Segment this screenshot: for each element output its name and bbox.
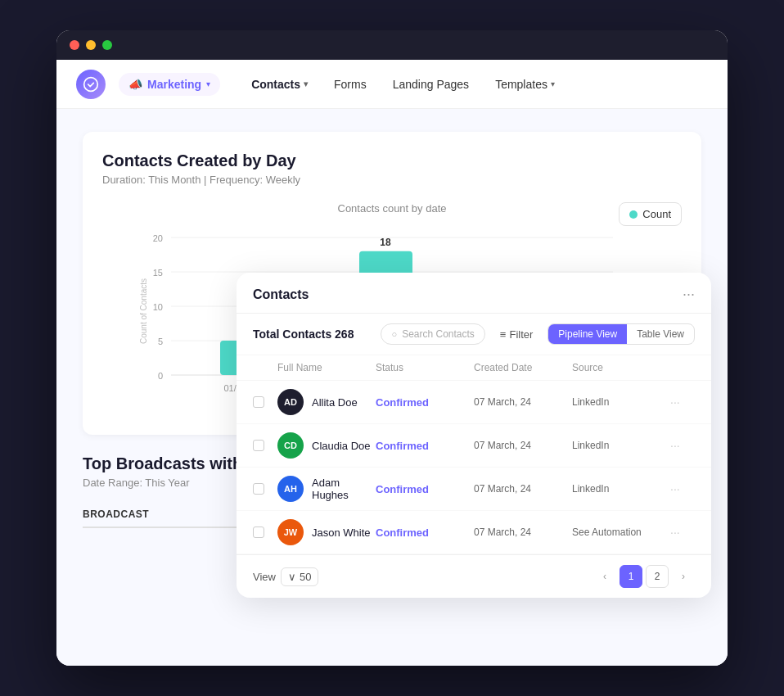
row-checkbox-adam[interactable]	[253, 483, 264, 495]
contacts-card: Contacts ··· Total Contacts 268 ○ Search…	[237, 273, 711, 598]
row-actions-claudia[interactable]: ···	[670, 439, 695, 452]
avatar-allita: AD	[277, 389, 304, 415]
date-jason: 07 March, 24	[474, 527, 572, 538]
row-checkbox-claudia[interactable]	[253, 440, 264, 451]
nav-item-landing-pages[interactable]: Landing Pages	[381, 71, 480, 97]
legend-dot	[629, 210, 638, 219]
source-allita: LinkedIn	[572, 396, 670, 408]
app-window: 📣 Marketing ▾ Contacts ▾ Forms Landing P…	[56, 30, 728, 666]
view-select: View ∨ 50	[253, 567, 318, 586]
logo	[76, 70, 106, 99]
view-tabs: Pipeline View Table View	[547, 323, 695, 345]
maximize-dot[interactable]	[102, 40, 112, 50]
table-row: JW Jason White Confirmed 07 March, 24 Se…	[237, 511, 711, 554]
contact-name-cell-allita: AD Allita Doe	[277, 389, 376, 415]
search-placeholder: Search Contacts	[402, 328, 475, 340]
page-1-button[interactable]: 1	[620, 565, 642, 588]
contacts-card-title: Contacts	[253, 287, 309, 302]
navigation: 📣 Marketing ▾ Contacts ▾ Forms Landing P…	[56, 60, 728, 109]
row-actions-allita[interactable]: ···	[670, 395, 695, 409]
status-jason: Confirmed	[376, 527, 474, 539]
status-claudia: Confirmed	[376, 440, 474, 452]
source-claudia: LinkedIn	[572, 440, 670, 451]
contact-name-allita: Allita Doe	[312, 396, 358, 409]
status-allita: Confirmed	[376, 396, 474, 409]
status-adam: Confirmed	[376, 483, 474, 495]
contact-name-claudia: Claudia Doe	[312, 440, 371, 452]
svg-text:18: 18	[380, 237, 391, 248]
row-actions-jason[interactable]: ···	[670, 526, 695, 539]
prev-page-button[interactable]: ‹	[593, 565, 616, 588]
avatar-claudia: CD	[277, 432, 304, 459]
table-footer: View ∨ 50 ‹ 1 2 ›	[237, 554, 711, 598]
search-icon: ○	[391, 329, 397, 339]
chart-title: Contacts Created by Day	[102, 151, 682, 170]
table-header: Full Name Status Created Date Source	[237, 355, 711, 381]
contact-name-cell-adam: AH Adam Hughes	[277, 476, 376, 502]
created-date-header: Created Date	[474, 362, 572, 373]
source-header: Source	[572, 362, 670, 373]
per-page-select[interactable]: ∨ 50	[281, 567, 318, 586]
svg-text:15: 15	[153, 268, 163, 278]
svg-text:10: 10	[153, 302, 163, 312]
minimize-dot[interactable]	[86, 40, 96, 50]
next-page-button[interactable]: ›	[672, 565, 695, 588]
filter-button[interactable]: ≡ Filter	[493, 325, 539, 344]
brand-selector[interactable]: 📣 Marketing ▾	[119, 73, 220, 96]
per-page-value: 50	[300, 571, 311, 583]
table-row: AD Allita Doe Confirmed 07 March, 24 Lin…	[237, 381, 711, 424]
svg-text:20: 20	[153, 233, 163, 243]
contacts-toolbar: Total Contacts 268 ○ Search Contacts ≡ F…	[237, 314, 711, 355]
megaphone-icon: 📣	[128, 78, 142, 91]
chart-subtitle: Duration: This Month | Frequency: Weekly	[102, 174, 682, 186]
brand-label: Marketing	[147, 78, 201, 91]
filter-icon: ≡	[500, 328, 507, 341]
chart-legend: Count	[619, 202, 682, 226]
source-adam: LinkedIn	[572, 483, 670, 495]
page-2-button[interactable]: 2	[646, 565, 669, 588]
brand-chevron-icon: ▾	[206, 79, 210, 88]
date-allita: 07 March, 24	[474, 396, 572, 408]
templates-chevron-icon: ▾	[551, 79, 555, 88]
row-checkbox-allita[interactable]	[253, 396, 264, 408]
table-row: AH Adam Hughes Confirmed 07 March, 24 Li…	[237, 468, 711, 511]
svg-text:5: 5	[158, 337, 163, 346]
svg-text:0: 0	[158, 371, 163, 381]
contact-name-cell-claudia: CD Claudia Doe	[277, 432, 376, 459]
nav-item-contacts[interactable]: Contacts ▾	[240, 71, 319, 97]
contact-name-cell-jason: JW Jason White	[277, 519, 376, 545]
title-bar	[56, 30, 728, 60]
avatar-jason: JW	[277, 519, 304, 545]
table-view-tab[interactable]: Table View	[627, 324, 694, 344]
status-header: Status	[376, 362, 474, 373]
contacts-total-count: Total Contacts 268	[253, 328, 372, 341]
nav-item-forms[interactable]: Forms	[322, 71, 378, 97]
broadcast-col-header: BROADCAST	[83, 508, 149, 520]
row-actions-adam[interactable]: ···	[670, 482, 695, 495]
main-content: Contacts Created by Day Duration: This M…	[56, 109, 728, 666]
source-jason: See Automation	[572, 527, 670, 538]
svg-text:Count of Contacts: Count of Contacts	[139, 278, 148, 344]
fullname-header: Full Name	[277, 362, 376, 373]
view-label: View	[253, 571, 276, 583]
row-checkbox-jason[interactable]	[253, 527, 264, 538]
chart-heading: Contacts count by date	[102, 202, 682, 215]
search-contacts-input[interactable]: ○ Search Contacts	[381, 323, 484, 345]
close-dot[interactable]	[70, 40, 79, 50]
contacts-options-button[interactable]: ···	[683, 286, 695, 303]
pipeline-view-tab[interactable]: Pipeline View	[548, 324, 627, 344]
contacts-card-header: Contacts ···	[237, 273, 711, 314]
nav-items: Contacts ▾ Forms Landing Pages Templates…	[240, 71, 708, 97]
date-claudia: 07 March, 24	[474, 440, 572, 451]
avatar-adam: AH	[277, 476, 304, 502]
date-adam: 07 March, 24	[474, 483, 572, 495]
svg-point-0	[84, 77, 98, 91]
table-row: CD Claudia Doe Confirmed 07 March, 24 Li…	[237, 424, 711, 468]
pagination: ‹ 1 2 ›	[593, 565, 695, 588]
contact-name-adam: Adam Hughes	[312, 477, 376, 501]
contacts-chevron-icon: ▾	[304, 79, 308, 88]
contact-name-jason: Jason White	[312, 527, 371, 539]
nav-item-templates[interactable]: Templates ▾	[484, 71, 566, 97]
legend-label: Count	[642, 208, 671, 220]
